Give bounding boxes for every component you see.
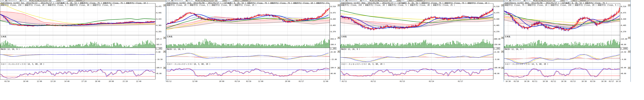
volume-tick-label: 115.00 bbox=[621, 38, 627, 40]
price-tick-label: 8,370 bbox=[621, 31, 626, 33]
period-button[interactable]: 月 bbox=[39, 0, 42, 1]
minute-input[interactable] bbox=[392, 0, 396, 1]
chart-canvas-1[interactable] bbox=[0, 1, 166, 82]
pane-dropdown-button[interactable]: ▼ bbox=[628, 37, 630, 39]
price-tick-label: 8,475 bbox=[494, 12, 499, 14]
time-axis-label: 20:00 bbox=[219, 80, 224, 82]
pane-dropdown-button[interactable]: ▼ bbox=[163, 67, 166, 69]
chart-canvas-3[interactable] bbox=[340, 1, 504, 82]
period-button[interactable]: 年 bbox=[548, 0, 551, 1]
pane-dropdown-button[interactable]: ▼ bbox=[501, 37, 504, 39]
period-button[interactable]: 日 bbox=[538, 0, 541, 1]
symbol-dropdown[interactable]: 日経225mini▼ bbox=[511, 0, 526, 1]
macd-pane-label: MACD( 12, 26, 9 ) bbox=[167, 48, 186, 50]
symbol-dropdown[interactable]: 先物▼ bbox=[341, 0, 347, 1]
period-button[interactable]: 週 bbox=[37, 0, 39, 1]
bars-count-input[interactable]: 600 bbox=[61, 0, 67, 1]
price-tick-label: 8,510 bbox=[621, 5, 626, 7]
period-button[interactable]: 月 bbox=[543, 0, 546, 1]
macd-tick-label: 25.00 bbox=[331, 51, 336, 53]
bars-count-input[interactable]: 600 bbox=[227, 0, 233, 1]
apply-button[interactable]: 適用 bbox=[408, 0, 413, 1]
price-tick-label: 8,475 bbox=[621, 12, 626, 14]
time-axis-label: 01/13 bbox=[400, 80, 405, 82]
volume-bars bbox=[341, 39, 493, 48]
minute-label: 分 bbox=[389, 0, 391, 1]
symbol-dropdown[interactable]: 先物▼ bbox=[504, 0, 511, 1]
pane-dropdown-button[interactable]: ▼ bbox=[628, 4, 630, 6]
pane-dropdown-button[interactable]: ▼ bbox=[501, 67, 504, 69]
stoch-tick-label: 40.00 bbox=[621, 73, 626, 75]
bars-count-input[interactable]: 600 bbox=[565, 0, 571, 1]
apply-button[interactable]: 適用 bbox=[571, 0, 577, 1]
ichimoku-senkou-b bbox=[0, 21, 155, 27]
symbol-dropdown[interactable]: 日経225mini▼ bbox=[173, 0, 188, 1]
pane-dropdown-button[interactable]: ▼ bbox=[628, 50, 630, 52]
pane-dropdown-button[interactable]: ▼ bbox=[163, 50, 166, 52]
chart-canvas-4[interactable] bbox=[504, 1, 630, 82]
symbol-dropdown[interactable]: 12/03▼ bbox=[526, 0, 535, 1]
macd-line bbox=[166, 53, 329, 59]
stoch-d-line bbox=[341, 68, 493, 76]
macd-tick-label: 23.50 bbox=[621, 51, 626, 53]
multi-symbol-button[interactable]: 複数銘柄 bbox=[240, 0, 250, 1]
symbol-dropdown[interactable]: 12/03▼ bbox=[188, 0, 197, 1]
pane-dropdown-button[interactable]: ▼ bbox=[337, 4, 340, 6]
volume-multiplier-badge: × 100 bbox=[330, 47, 336, 50]
period-button[interactable]: 日 bbox=[34, 0, 37, 1]
bars-count-input[interactable]: 600 bbox=[401, 0, 407, 1]
price-tick-label: 8,370 bbox=[494, 31, 499, 33]
period-button[interactable]: 年 bbox=[44, 0, 47, 1]
stoch-k-line bbox=[341, 68, 493, 76]
time-axis-label: 17:20 bbox=[82, 80, 86, 82]
period-button[interactable]: 分 bbox=[382, 0, 385, 1]
pane-dropdown-button[interactable]: ▼ bbox=[501, 50, 504, 52]
time-axis-label: 01/16 bbox=[4, 80, 10, 82]
minute-input[interactable] bbox=[51, 0, 56, 1]
pane-dropdown-button[interactable]: ▼ bbox=[163, 37, 166, 39]
macd-signal-line bbox=[166, 53, 329, 59]
time-axis-label: 01/17 bbox=[458, 80, 463, 82]
volume-bars bbox=[0, 40, 155, 48]
period-button[interactable]: 年 bbox=[211, 0, 213, 1]
period-button[interactable]: 週 bbox=[541, 0, 543, 1]
symbol-dropdown[interactable]: 先物▼ bbox=[0, 0, 7, 1]
macd-tick-label: -15.00 bbox=[331, 58, 337, 60]
symbol-dropdown[interactable]: 12/03▼ bbox=[22, 0, 31, 1]
volume-tick-label: 650.0 bbox=[331, 38, 336, 40]
pane-dropdown-button[interactable]: ▼ bbox=[337, 50, 340, 52]
period-button[interactable]: 週 bbox=[203, 0, 206, 1]
pane-dropdown-button[interactable]: ▼ bbox=[501, 4, 504, 6]
period-button[interactable]: 週 bbox=[377, 0, 380, 1]
time-axis-label: 16:30 bbox=[601, 80, 606, 82]
period-button[interactable]: 年 bbox=[385, 0, 388, 1]
symbol-dropdown[interactable]: 先物▼ bbox=[166, 0, 173, 1]
period-button[interactable]: 日 bbox=[374, 0, 377, 1]
time-axis-label: 16:30 bbox=[524, 80, 529, 82]
apply-button[interactable]: 適用 bbox=[233, 0, 239, 1]
period-button[interactable]: 分 bbox=[42, 0, 44, 1]
multi-symbol-button[interactable]: 複数銘柄 bbox=[578, 0, 588, 1]
minute-input[interactable] bbox=[217, 0, 222, 1]
symbol-dropdown[interactable]: 12/03▼ bbox=[362, 0, 371, 1]
chart-canvas-2[interactable] bbox=[166, 1, 340, 82]
period-button[interactable]: 月 bbox=[206, 0, 208, 1]
symbol-dropdown[interactable]: 日経225mini▼ bbox=[347, 0, 362, 1]
symbol-dropdown[interactable]: 日経225mini▼ bbox=[7, 0, 22, 1]
bars-label: 本数 bbox=[56, 0, 60, 1]
pane-dropdown-button[interactable]: ▼ bbox=[337, 37, 340, 39]
price-tick-label: 8,510 bbox=[331, 5, 336, 7]
time-axis-label: 01/12 bbox=[371, 80, 376, 82]
multi-symbol-button[interactable]: 複数銘柄 bbox=[74, 0, 84, 1]
period-button[interactable]: 月 bbox=[380, 0, 382, 1]
pane-dropdown-button[interactable]: ▼ bbox=[337, 67, 340, 69]
period-button[interactable]: 日 bbox=[200, 0, 203, 1]
period-button[interactable]: 分 bbox=[208, 0, 211, 1]
pane-dropdown-button[interactable]: ▼ bbox=[628, 67, 630, 69]
pane-dropdown-button[interactable]: ▼ bbox=[163, 4, 166, 6]
stoch-k-line bbox=[504, 68, 620, 77]
multi-symbol-button[interactable]: 複数銘柄 bbox=[414, 0, 424, 1]
minute-input[interactable] bbox=[555, 0, 560, 1]
apply-button[interactable]: 適用 bbox=[67, 0, 73, 1]
period-button[interactable]: 分 bbox=[546, 0, 548, 1]
